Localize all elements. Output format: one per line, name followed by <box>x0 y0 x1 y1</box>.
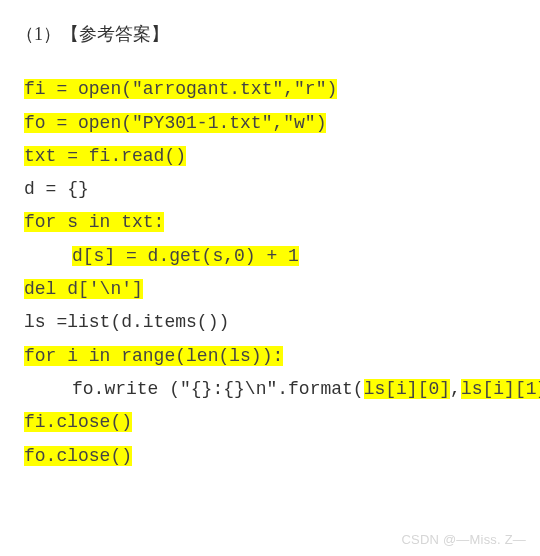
code-line: for i in range(len(ls)): <box>24 340 524 373</box>
highlighted-code: ls[i][0] <box>364 379 450 399</box>
highlighted-code: txt = fi.read() <box>24 146 186 166</box>
highlighted-code: fi.close() <box>24 412 132 432</box>
code-line: fo = open("PY301-1.txt","w") <box>24 107 524 140</box>
code-line: fo.close() <box>24 440 524 473</box>
highlighted-code: fi = open("arrogant.txt","r") <box>24 79 337 99</box>
code-block: fi = open("arrogant.txt","r") fo = open(… <box>16 73 524 473</box>
code-text: , <box>450 379 461 399</box>
code-text: d = {} <box>24 179 89 199</box>
highlighted-code: for i in range(len(ls)): <box>24 346 283 366</box>
highlighted-code: ls[i][1] <box>461 379 540 399</box>
watermark: CSDN @—Miss. Z— <box>401 528 526 552</box>
highlighted-code: del d['\n'] <box>24 279 143 299</box>
code-line: fi = open("arrogant.txt","r") <box>24 73 524 106</box>
code-line: del d['\n'] <box>24 273 524 306</box>
code-text: fo.write ("{}:{}\n".format( <box>72 379 364 399</box>
code-text: ls =list(d.items()) <box>24 312 229 332</box>
code-line: fo.write ("{}:{}\n".format(ls[i][0],ls[i… <box>24 373 524 406</box>
answer-header: （1）【参考答案】 <box>16 18 524 51</box>
highlighted-code: for s in txt: <box>24 212 164 232</box>
code-line: ls =list(d.items()) <box>24 306 524 339</box>
code-line: fi.close() <box>24 406 524 439</box>
highlighted-code: fo = open("PY301-1.txt","w") <box>24 113 326 133</box>
code-line: txt = fi.read() <box>24 140 524 173</box>
code-line: d = {} <box>24 173 524 206</box>
code-line: for s in txt: <box>24 206 524 239</box>
code-line: d[s] = d.get(s,0) + 1 <box>24 240 524 273</box>
highlighted-code: d[s] = d.get(s,0) + 1 <box>72 246 299 266</box>
highlighted-code: fo.close() <box>24 446 132 466</box>
